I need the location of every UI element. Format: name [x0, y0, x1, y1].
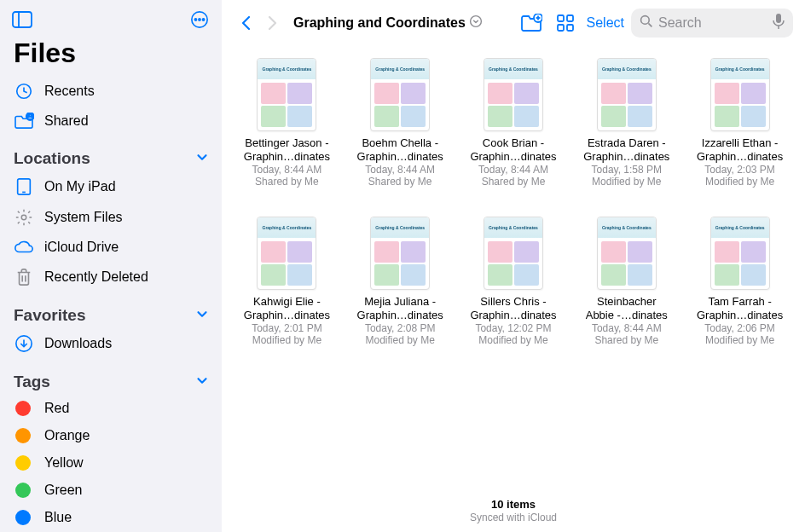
- file-name: Izzarelli Ethan -Graphin…dinates: [697, 136, 783, 163]
- file-time: Today, 2:03 PM: [704, 164, 775, 176]
- tag-label: Orange: [44, 428, 90, 443]
- trash-icon: [14, 268, 34, 286]
- select-button[interactable]: Select: [587, 15, 624, 31]
- cloud-icon: [14, 239, 34, 256]
- app-title: Files: [0, 34, 222, 76]
- file-item[interactable]: Graphing & CoordinatesIzzarelli Ethan -G…: [692, 58, 788, 188]
- file-item[interactable]: Graphing & CoordinatesEstrada Daren -Gra…: [578, 58, 675, 188]
- main-pane: Graphing and Coordinates Select Search G…: [222, 0, 805, 532]
- tags-header[interactable]: Tags: [0, 359, 222, 395]
- new-folder-button[interactable]: [513, 14, 549, 32]
- toolbar: Graphing and Coordinates Select Search: [222, 0, 805, 43]
- download-icon: [14, 334, 34, 353]
- search-field[interactable]: Search: [631, 9, 793, 38]
- file-status: Modified by Me: [252, 334, 321, 346]
- forward-button[interactable]: [259, 14, 285, 32]
- file-item[interactable]: Graphing & CoordinatesCook Brian -Graphi…: [466, 58, 562, 188]
- more-menu-icon[interactable]: [189, 10, 210, 32]
- file-item[interactable]: Graphing & CoordinatesBoehm Chella -Grap…: [352, 58, 449, 188]
- clock-icon: [14, 82, 34, 101]
- tag-red[interactable]: Red: [0, 395, 222, 422]
- file-status: Modified by Me: [592, 176, 661, 188]
- file-item[interactable]: Graphing & CoordinatesSteinbacherAbbie -…: [578, 217, 675, 346]
- loc-recently-deleted[interactable]: Recently Deleted: [0, 262, 222, 292]
- item-count: 10 items: [222, 498, 805, 511]
- nav-recents[interactable]: Recents: [0, 76, 222, 107]
- thumb-title: Graphing & Coordinates: [484, 217, 542, 238]
- favorites-header[interactable]: Favorites: [0, 292, 222, 328]
- file-item[interactable]: Graphing & CoordinatesTam Farrah -Graphi…: [692, 217, 788, 346]
- file-status: Modified by Me: [705, 334, 774, 346]
- nav-label: Recently Deleted: [44, 269, 148, 285]
- file-name: Estrada Daren -Graphin…dinates: [583, 136, 669, 163]
- folder-dropdown-icon[interactable]: [469, 14, 483, 32]
- loc-icloud[interactable]: iCloud Drive: [0, 233, 222, 262]
- search-icon: [640, 14, 653, 32]
- file-name: Tam Farrah -Graphin…dinates: [697, 295, 783, 321]
- svg-point-5: [202, 19, 204, 20]
- file-time: Today, 2:08 PM: [365, 322, 436, 334]
- file-thumbnail: Graphing & Coordinates: [370, 217, 430, 290]
- tag-color-icon: [15, 483, 31, 498]
- file-thumbnail: Graphing & Coordinates: [370, 58, 430, 131]
- file-time: Today, 8:44 AM: [365, 164, 435, 176]
- locations-header[interactable]: Locations: [0, 136, 222, 171]
- back-button[interactable]: [234, 14, 259, 32]
- tag-color-icon: [15, 510, 31, 525]
- nav-label: System Files: [44, 210, 123, 225]
- svg-rect-22: [558, 25, 564, 31]
- file-status: Shared by Me: [368, 176, 432, 188]
- loc-on-my-ipad[interactable]: On My iPad: [0, 171, 222, 202]
- chevron-down-icon: [194, 373, 210, 391]
- file-item[interactable]: Graphing & CoordinatesSillers Chris -Gra…: [466, 217, 562, 346]
- nav-label: On My iPad: [44, 179, 116, 194]
- tag-blue[interactable]: Blue: [0, 504, 222, 531]
- nav-shared[interactable]: Shared: [0, 107, 222, 136]
- fav-downloads[interactable]: Downloads: [0, 328, 222, 359]
- folder-title[interactable]: Graphing and Coordinates: [293, 15, 466, 31]
- thumb-title: Graphing & Coordinates: [711, 59, 769, 79]
- file-status: Modified by Me: [705, 176, 774, 188]
- tag-orange[interactable]: Orange: [0, 422, 222, 449]
- tag-yellow[interactable]: Yellow: [0, 449, 222, 477]
- thumb-title: Graphing & Coordinates: [598, 59, 656, 79]
- tag-label: Green: [44, 483, 82, 498]
- file-status: Shared by Me: [482, 176, 546, 188]
- file-time: Today, 12:02 PM: [475, 322, 551, 334]
- file-status: Modified by Me: [366, 334, 435, 346]
- svg-rect-26: [776, 14, 781, 23]
- svg-rect-21: [567, 15, 573, 21]
- svg-rect-23: [567, 25, 573, 31]
- nav-label: Shared: [44, 113, 89, 129]
- thumb-title: Graphing & Coordinates: [598, 217, 656, 238]
- sidebar: Files RecentsShared Locations On My iPad…: [0, 0, 222, 532]
- file-item[interactable]: Graphing & CoordinatesMejia Juliana -Gra…: [352, 217, 449, 346]
- file-grid: Graphing & CoordinatesBettinger Jason -G…: [239, 58, 788, 346]
- file-item[interactable]: Graphing & CoordinatesKahwigi Elie -Grap…: [239, 217, 335, 346]
- view-mode-button[interactable]: [549, 14, 582, 32]
- file-status: Shared by Me: [255, 176, 319, 188]
- tag-green[interactable]: Green: [0, 477, 222, 504]
- loc-system-files[interactable]: System Files: [0, 202, 222, 233]
- svg-point-4: [199, 19, 200, 20]
- file-time: Today, 8:44 AM: [592, 322, 662, 334]
- file-thumbnail: Graphing & Coordinates: [257, 217, 316, 290]
- tag-label: Yellow: [44, 455, 84, 471]
- file-name: Mejia Juliana -Graphin…dinates: [357, 295, 443, 321]
- file-time: Today, 8:44 AM: [252, 164, 321, 176]
- file-item[interactable]: Graphing & CoordinatesBettinger Jason -G…: [239, 58, 335, 188]
- tag-color-icon: [15, 455, 31, 471]
- thumb-title: Graphing & Coordinates: [371, 59, 429, 79]
- svg-point-11: [21, 215, 26, 220]
- footer: 10 items Synced with iCloud: [222, 493, 805, 532]
- tag-color-icon: [15, 428, 31, 443]
- nav-label: Downloads: [44, 336, 112, 351]
- file-thumbnail: Graphing & Coordinates: [484, 58, 543, 131]
- file-time: Today, 1:58 PM: [592, 164, 663, 176]
- toggle-sidebar-icon[interactable]: [12, 10, 32, 32]
- file-name: Cook Brian -Graphin…dinates: [470, 136, 556, 163]
- thumb-title: Graphing & Coordinates: [484, 59, 542, 79]
- chevron-down-icon: [194, 149, 210, 168]
- sys-icon: [14, 208, 34, 227]
- mic-icon[interactable]: [773, 14, 785, 32]
